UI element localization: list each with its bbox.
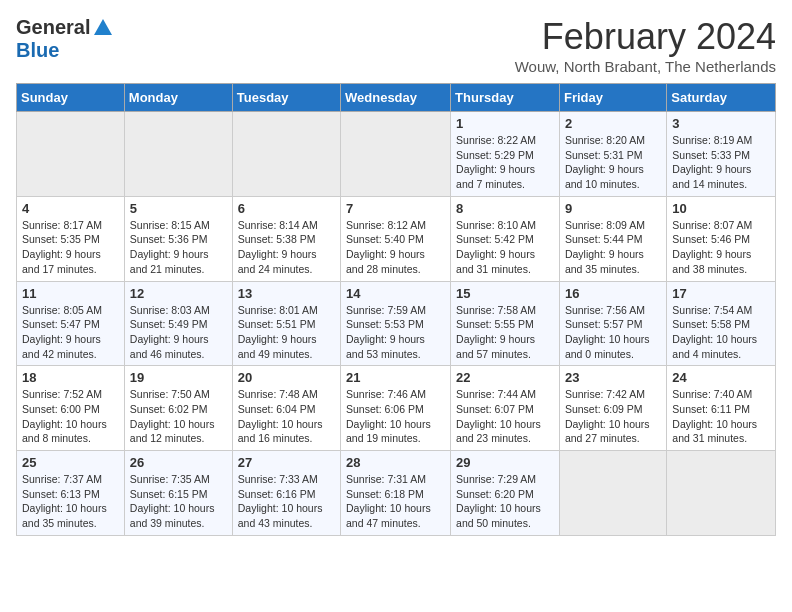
calendar-week-5: 25Sunrise: 7:37 AM Sunset: 6:13 PM Dayli… (17, 451, 776, 536)
calendar-cell: 26Sunrise: 7:35 AM Sunset: 6:15 PM Dayli… (124, 451, 232, 536)
day-number: 17 (672, 286, 770, 301)
day-info: Sunrise: 8:01 AM Sunset: 5:51 PM Dayligh… (238, 303, 335, 362)
day-info: Sunrise: 8:20 AM Sunset: 5:31 PM Dayligh… (565, 133, 661, 192)
day-number: 6 (238, 201, 335, 216)
calendar-cell: 6Sunrise: 8:14 AM Sunset: 5:38 PM Daylig… (232, 196, 340, 281)
calendar-cell: 19Sunrise: 7:50 AM Sunset: 6:02 PM Dayli… (124, 366, 232, 451)
day-number: 22 (456, 370, 554, 385)
calendar-cell: 21Sunrise: 7:46 AM Sunset: 6:06 PM Dayli… (341, 366, 451, 451)
day-number: 28 (346, 455, 445, 470)
day-number: 4 (22, 201, 119, 216)
calendar-cell: 27Sunrise: 7:33 AM Sunset: 6:16 PM Dayli… (232, 451, 340, 536)
title-area: February 2024 Wouw, North Brabant, The N… (515, 16, 776, 75)
calendar-cell: 29Sunrise: 7:29 AM Sunset: 6:20 PM Dayli… (451, 451, 560, 536)
day-info: Sunrise: 7:56 AM Sunset: 5:57 PM Dayligh… (565, 303, 661, 362)
calendar-cell: 15Sunrise: 7:58 AM Sunset: 5:55 PM Dayli… (451, 281, 560, 366)
day-number: 26 (130, 455, 227, 470)
calendar-cell: 22Sunrise: 7:44 AM Sunset: 6:07 PM Dayli… (451, 366, 560, 451)
day-info: Sunrise: 8:14 AM Sunset: 5:38 PM Dayligh… (238, 218, 335, 277)
day-header-friday: Friday (559, 84, 666, 112)
calendar-cell (124, 112, 232, 197)
svg-marker-0 (94, 19, 112, 35)
calendar-cell: 4Sunrise: 8:17 AM Sunset: 5:35 PM Daylig… (17, 196, 125, 281)
day-header-monday: Monday (124, 84, 232, 112)
calendar-cell: 23Sunrise: 7:42 AM Sunset: 6:09 PM Dayli… (559, 366, 666, 451)
day-number: 15 (456, 286, 554, 301)
day-info: Sunrise: 8:12 AM Sunset: 5:40 PM Dayligh… (346, 218, 445, 277)
day-number: 1 (456, 116, 554, 131)
day-number: 13 (238, 286, 335, 301)
calendar-cell: 25Sunrise: 7:37 AM Sunset: 6:13 PM Dayli… (17, 451, 125, 536)
calendar-cell (559, 451, 666, 536)
day-info: Sunrise: 8:07 AM Sunset: 5:46 PM Dayligh… (672, 218, 770, 277)
day-info: Sunrise: 7:50 AM Sunset: 6:02 PM Dayligh… (130, 387, 227, 446)
calendar-cell: 12Sunrise: 8:03 AM Sunset: 5:49 PM Dayli… (124, 281, 232, 366)
day-info: Sunrise: 8:05 AM Sunset: 5:47 PM Dayligh… (22, 303, 119, 362)
day-info: Sunrise: 8:19 AM Sunset: 5:33 PM Dayligh… (672, 133, 770, 192)
day-number: 18 (22, 370, 119, 385)
calendar-cell: 20Sunrise: 7:48 AM Sunset: 6:04 PM Dayli… (232, 366, 340, 451)
day-number: 21 (346, 370, 445, 385)
day-number: 23 (565, 370, 661, 385)
day-number: 12 (130, 286, 227, 301)
day-number: 19 (130, 370, 227, 385)
calendar-week-2: 4Sunrise: 8:17 AM Sunset: 5:35 PM Daylig… (17, 196, 776, 281)
logo-general-text: General (16, 16, 90, 39)
logo-triangle-icon (92, 17, 114, 39)
day-number: 20 (238, 370, 335, 385)
calendar-cell: 7Sunrise: 8:12 AM Sunset: 5:40 PM Daylig… (341, 196, 451, 281)
calendar-week-1: 1Sunrise: 8:22 AM Sunset: 5:29 PM Daylig… (17, 112, 776, 197)
day-info: Sunrise: 8:22 AM Sunset: 5:29 PM Dayligh… (456, 133, 554, 192)
day-number: 11 (22, 286, 119, 301)
day-info: Sunrise: 7:46 AM Sunset: 6:06 PM Dayligh… (346, 387, 445, 446)
day-info: Sunrise: 7:31 AM Sunset: 6:18 PM Dayligh… (346, 472, 445, 531)
calendar-cell: 16Sunrise: 7:56 AM Sunset: 5:57 PM Dayli… (559, 281, 666, 366)
day-info: Sunrise: 7:59 AM Sunset: 5:53 PM Dayligh… (346, 303, 445, 362)
calendar-cell: 13Sunrise: 8:01 AM Sunset: 5:51 PM Dayli… (232, 281, 340, 366)
day-header-tuesday: Tuesday (232, 84, 340, 112)
logo: General Blue (16, 16, 114, 62)
day-number: 25 (22, 455, 119, 470)
calendar-cell: 11Sunrise: 8:05 AM Sunset: 5:47 PM Dayli… (17, 281, 125, 366)
day-info: Sunrise: 8:10 AM Sunset: 5:42 PM Dayligh… (456, 218, 554, 277)
day-number: 3 (672, 116, 770, 131)
day-number: 16 (565, 286, 661, 301)
day-info: Sunrise: 7:37 AM Sunset: 6:13 PM Dayligh… (22, 472, 119, 531)
day-header-sunday: Sunday (17, 84, 125, 112)
calendar-cell: 2Sunrise: 8:20 AM Sunset: 5:31 PM Daylig… (559, 112, 666, 197)
day-info: Sunrise: 7:58 AM Sunset: 5:55 PM Dayligh… (456, 303, 554, 362)
day-number: 7 (346, 201, 445, 216)
day-number: 8 (456, 201, 554, 216)
logo-blue-text: Blue (16, 39, 59, 62)
calendar-cell (667, 451, 776, 536)
calendar-week-4: 18Sunrise: 7:52 AM Sunset: 6:00 PM Dayli… (17, 366, 776, 451)
page-header: General Blue February 2024 Wouw, North B… (16, 16, 776, 75)
day-info: Sunrise: 7:44 AM Sunset: 6:07 PM Dayligh… (456, 387, 554, 446)
calendar-table: SundayMondayTuesdayWednesdayThursdayFrid… (16, 83, 776, 536)
day-info: Sunrise: 7:35 AM Sunset: 6:15 PM Dayligh… (130, 472, 227, 531)
day-info: Sunrise: 7:29 AM Sunset: 6:20 PM Dayligh… (456, 472, 554, 531)
day-info: Sunrise: 8:09 AM Sunset: 5:44 PM Dayligh… (565, 218, 661, 277)
calendar-cell: 5Sunrise: 8:15 AM Sunset: 5:36 PM Daylig… (124, 196, 232, 281)
calendar-cell (341, 112, 451, 197)
day-header-wednesday: Wednesday (341, 84, 451, 112)
calendar-cell: 18Sunrise: 7:52 AM Sunset: 6:00 PM Dayli… (17, 366, 125, 451)
day-info: Sunrise: 7:54 AM Sunset: 5:58 PM Dayligh… (672, 303, 770, 362)
calendar-cell: 10Sunrise: 8:07 AM Sunset: 5:46 PM Dayli… (667, 196, 776, 281)
calendar-cell: 24Sunrise: 7:40 AM Sunset: 6:11 PM Dayli… (667, 366, 776, 451)
day-number: 29 (456, 455, 554, 470)
calendar-cell: 3Sunrise: 8:19 AM Sunset: 5:33 PM Daylig… (667, 112, 776, 197)
calendar-cell: 14Sunrise: 7:59 AM Sunset: 5:53 PM Dayli… (341, 281, 451, 366)
calendar-week-3: 11Sunrise: 8:05 AM Sunset: 5:47 PM Dayli… (17, 281, 776, 366)
calendar-cell: 9Sunrise: 8:09 AM Sunset: 5:44 PM Daylig… (559, 196, 666, 281)
calendar-cell: 17Sunrise: 7:54 AM Sunset: 5:58 PM Dayli… (667, 281, 776, 366)
day-number: 24 (672, 370, 770, 385)
day-info: Sunrise: 7:33 AM Sunset: 6:16 PM Dayligh… (238, 472, 335, 531)
day-info: Sunrise: 7:42 AM Sunset: 6:09 PM Dayligh… (565, 387, 661, 446)
day-number: 14 (346, 286, 445, 301)
calendar-cell (17, 112, 125, 197)
day-info: Sunrise: 7:40 AM Sunset: 6:11 PM Dayligh… (672, 387, 770, 446)
location-subtitle: Wouw, North Brabant, The Netherlands (515, 58, 776, 75)
calendar-header-row: SundayMondayTuesdayWednesdayThursdayFrid… (17, 84, 776, 112)
calendar-cell (232, 112, 340, 197)
